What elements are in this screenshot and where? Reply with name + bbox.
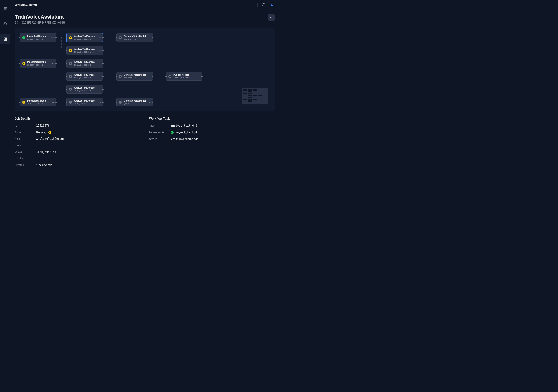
refresh-button[interactable] [261,2,266,8]
job-priority: 1 [36,157,38,160]
sidebar-item-workflows[interactable] [0,34,10,44]
dag-canvas[interactable]: IngestTextCorpusingest_text_0 25s Ingest… [15,28,275,111]
node-analyze-text-1-0[interactable]: ••• AnalyzeTextCorpusanalyze_text_1_0 – [67,59,103,68]
node-analyze-text-1-1[interactable]: ••• AnalyzeTextCorpusanalyze_text_1_1 – [67,72,103,81]
workflow-task-title: Workflow Task [149,117,275,120]
node-analyze-text-1-2[interactable]: ••• AnalyzeTextCorpusanalyze_text_1_2 – [67,85,103,94]
topbar-divider [257,3,258,7]
sidebar [0,0,10,196]
node-ingest-text-2[interactable]: IngestTextCorpusingest_text_2 19s [20,98,56,106]
workflow-name: TrainVoiceAssistant [15,14,65,20]
svg-point-6 [270,17,271,18]
pending-icon: ••• [69,75,72,78]
pending-icon: ••• [119,36,122,39]
job-queue: long_running [36,150,56,153]
svg-point-7 [271,17,272,18]
task-dependencies: ingest_text_0 [171,131,197,134]
sidebar-item-inbox[interactable] [0,18,10,29]
node-publish-models[interactable]: ••• PublishModelspublish_models – [166,72,202,81]
more-button[interactable] [268,14,275,21]
job-details-panel: Job Details ID17520576 StateRunning Kind… [15,117,140,170]
theme-toggle[interactable] [269,2,275,8]
svg-marker-13 [50,132,50,133]
sidebar-item-queues[interactable] [0,3,10,13]
pending-icon: ••• [168,75,171,78]
node-ingest-text-0[interactable]: IngestTextCorpusingest_text_0 25s [20,33,56,42]
workflows-icon [3,37,7,41]
node-analyze-text-0-0[interactable]: AnalyzeTextCorpusanalyze_text_0_0 8s [67,33,103,42]
pending-icon: ••• [119,75,122,78]
pending-icon: ••• [69,88,72,91]
svg-rect-4 [6,38,7,41]
svg-marker-12 [70,50,71,51]
inbox-icon [3,22,7,26]
task-name: analyze_text_0_0 [171,124,197,127]
svg-rect-0 [4,7,7,7]
play-icon [48,131,51,134]
job-state: Running [36,131,51,134]
node-analyze-text-0-1[interactable]: AnalyzeTextCorpusanalyze_text_0_1 8s [67,46,103,55]
pending-icon: ••• [69,62,72,65]
task-staged: less than a minute ago [171,137,199,140]
job-kind: AnalyzeTextCorpus [36,137,65,140]
play-icon [22,62,25,65]
more-icon [270,16,273,19]
svg-marker-9 [23,63,24,64]
minimap[interactable] [242,88,268,104]
play-icon [69,36,72,39]
node-analyze-text-2-0[interactable]: ••• AnalyzeTextCorpusanalyze_text_2_0 – [67,98,103,106]
play-icon [69,49,72,52]
job-created: 1 minute ago [36,163,52,166]
node-ingest-text-1[interactable]: IngestTextCorpusingest_text_1 20s [20,59,56,68]
check-icon [171,131,174,134]
svg-rect-5 [4,40,5,41]
node-generate-0[interactable]: ••• GenerateVoiceModelgenerate_0 – [116,33,153,42]
node-generate-1[interactable]: ••• GenerateVoiceModelgenerate_1 – [116,72,153,81]
check-icon [22,36,25,39]
svg-point-8 [272,17,272,18]
play-icon [22,101,25,104]
svg-marker-11 [70,37,71,38]
job-attempt: 1 / 25 [36,144,43,147]
refresh-icon [262,3,265,7]
moon-icon [270,3,273,7]
job-details-title: Job Details [15,117,140,120]
workflow-id: ID: 01J3FZP2GYHFE6FPN3VXQXQ66W [15,21,65,24]
page-title: Workflow Detail [15,3,37,7]
topbar: Workflow Detail [10,0,279,10]
svg-rect-1 [4,8,7,8]
svg-rect-3 [4,38,5,39]
pending-icon: ••• [119,101,122,104]
pending-icon: ••• [69,101,72,104]
svg-marker-10 [23,102,24,102]
queues-icon [3,6,7,10]
workflow-task-panel: Workflow Task Taskanalyze_text_0_0 Depen… [149,117,275,170]
node-generate-2[interactable]: ••• GenerateVoiceModelgenerate_2 – [116,98,153,106]
svg-rect-2 [4,9,7,9]
job-id: 17520576 [36,124,50,127]
